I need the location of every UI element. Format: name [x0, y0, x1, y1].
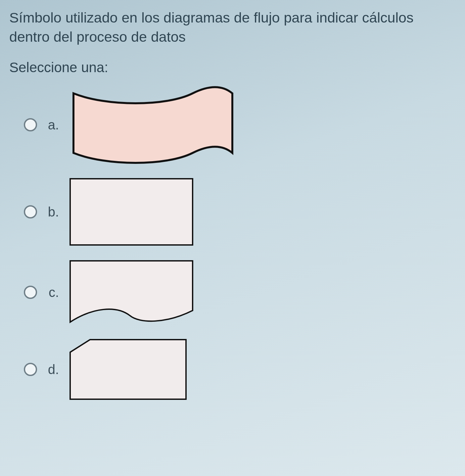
option-c-label: c. [45, 285, 59, 300]
flag-wave-icon [67, 83, 239, 166]
card-icon [67, 336, 189, 403]
radio-a[interactable] [24, 118, 37, 131]
select-one-label: Seleccione una: [9, 60, 456, 75]
svg-rect-0 [70, 179, 193, 245]
option-d-shape [67, 336, 189, 403]
option-b-shape [67, 175, 196, 248]
option-b[interactable]: b. [24, 175, 456, 248]
option-c-shape [67, 258, 196, 327]
radio-d[interactable] [24, 363, 37, 376]
option-b-label: b. [45, 205, 59, 219]
option-d-label: d. [45, 362, 59, 377]
question-text: Símbolo utilizado en los diagramas de fl… [9, 8, 453, 46]
rectangle-icon [67, 175, 196, 248]
document-icon [67, 258, 196, 327]
options-list: a. b. c. d. [9, 83, 456, 403]
radio-c[interactable] [24, 286, 37, 299]
radio-b[interactable] [24, 205, 37, 218]
option-a[interactable]: a. [24, 83, 456, 166]
option-a-label: a. [45, 118, 59, 132]
option-c[interactable]: c. [24, 258, 456, 327]
option-d[interactable]: d. [24, 336, 456, 403]
option-a-shape [67, 83, 239, 166]
